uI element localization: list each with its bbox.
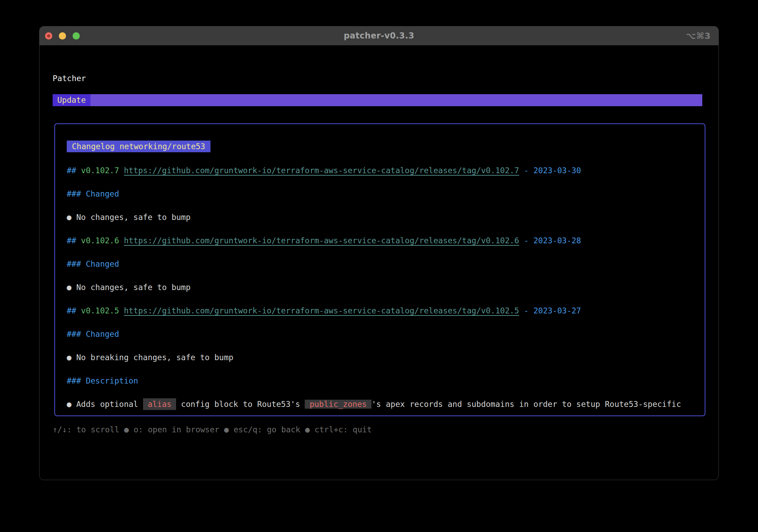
section-heading: ### Changed <box>67 258 695 270</box>
dash: - <box>524 235 529 246</box>
release-heading-line: ##v0.102.6https://github.com/gruntwork-i… <box>67 235 695 246</box>
release-link[interactable]: https://github.com/gruntwork-io/terrafor… <box>124 165 519 176</box>
page-title: Patcher <box>53 73 86 84</box>
section-heading-text: ### Changed <box>67 328 119 340</box>
release-date: 2023-03-28 <box>533 235 581 246</box>
description-bullet-item: ●Adds optional alias config block to Rou… <box>67 398 695 410</box>
changelog-viewport[interactable]: Changelog networking/route53 ##v0.102.7h… <box>54 123 705 416</box>
bullet-text: No changes, safe to bump <box>76 281 191 293</box>
md-hashes: ## <box>67 305 76 317</box>
window-title: patcher-v0.3.3 <box>40 26 718 45</box>
description-lead: Adds optional <box>76 398 138 410</box>
keyboard-help-bar: ↑/↓: to scroll ● o: open in browser ● es… <box>53 424 372 435</box>
bullet-item: ●No changes, safe to bump <box>67 281 695 293</box>
tab-bar: Update <box>53 94 702 106</box>
section-heading-text: ### Changed <box>67 188 119 200</box>
release-version: v0.102.7 <box>81 165 119 176</box>
description-mid: config block to Route53's <box>181 398 300 410</box>
bullet-item: ●No changes, safe to bump <box>67 211 695 223</box>
section-heading: ### Changed <box>67 328 695 340</box>
changelog-title-badge: Changelog networking/route53 <box>67 141 210 152</box>
app-window: patcher-v0.3.3 ⌥⌘3 Patcher Update Change… <box>39 26 719 480</box>
title-bar[interactable]: patcher-v0.3.3 ⌥⌘3 <box>40 26 718 45</box>
dash: - <box>524 165 529 176</box>
bullet-icon: ● <box>67 281 72 293</box>
md-hashes: ## <box>67 235 76 246</box>
release-heading-line: ##v0.102.7https://github.com/gruntwork-i… <box>67 165 695 176</box>
bullet-text: No breaking changes, safe to bump <box>76 352 234 363</box>
release-date: 2023-03-27 <box>533 305 581 317</box>
bullet-icon: ● <box>67 352 72 363</box>
bullet-text: No changes, safe to bump <box>76 211 191 223</box>
md-hashes: ## <box>67 165 76 176</box>
release-link[interactable]: https://github.com/gruntwork-io/terrafor… <box>124 305 519 317</box>
inline-code-alias: alias <box>143 398 176 410</box>
release-heading-line: ##v0.102.5https://github.com/gruntwork-i… <box>67 305 695 317</box>
section-heading: ### Changed <box>67 188 695 200</box>
description-tail: 's apex records and subdomains in order … <box>371 400 681 409</box>
release-date: 2023-03-30 <box>533 165 581 176</box>
bullet-icon: ● <box>67 211 72 223</box>
tab-update[interactable]: Update <box>53 94 90 106</box>
bullet-icon: ● <box>67 398 72 410</box>
dash: - <box>524 305 529 317</box>
section-heading-text: ### Description <box>67 375 138 387</box>
release-version: v0.102.5 <box>81 305 119 317</box>
section-heading-text: ### Changed <box>67 258 119 270</box>
release-version: v0.102.6 <box>81 235 119 246</box>
release-link[interactable]: https://github.com/gruntwork-io/terrafor… <box>124 235 519 246</box>
section-heading: ### Description <box>67 375 695 387</box>
bullet-item: ●No breaking changes, safe to bump <box>67 352 695 363</box>
description-tail-group: public_zones 's apex records and subdoma… <box>305 398 681 410</box>
inline-code-public-zones: public_zones <box>305 400 371 409</box>
window-shortcut-badge: ⌥⌘3 <box>686 26 711 45</box>
